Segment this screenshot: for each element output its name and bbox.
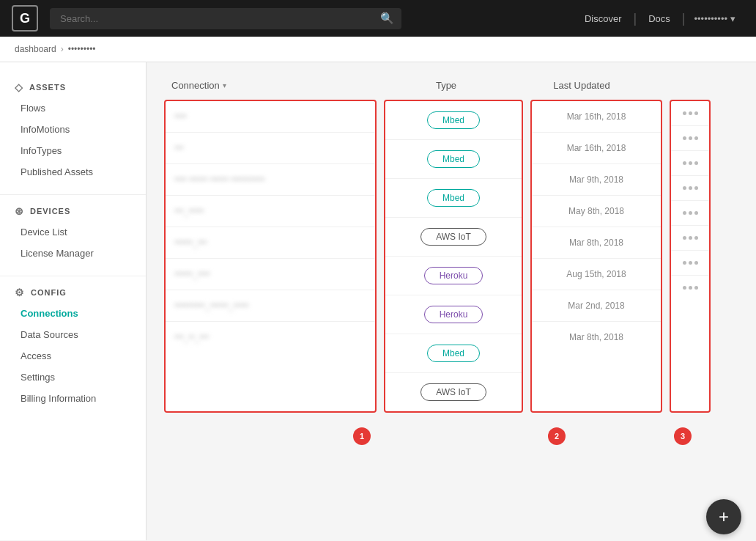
top-nav: G 🔍 Discover | Docs | •••••••••• ▾ <box>0 0 756 37</box>
type-badge: Mbed <box>427 345 480 362</box>
table-row[interactable]: •••_••_••• <box>166 322 375 353</box>
sidebar-section-config: ⚙ CONFIG Connections Data Sources Access… <box>0 282 146 409</box>
table-row: Mbed <box>385 179 522 218</box>
logo-text: G <box>20 11 30 26</box>
sidebar-item-infotypes[interactable]: InfoTypes <box>0 140 146 161</box>
table-row: AWS IoT <box>385 218 522 257</box>
sidebar-item-access[interactable]: Access <box>0 345 146 367</box>
action-dot <box>694 111 698 115</box>
sidebar-section-devices: ⊛ DEVICES Device List License Manager <box>0 201 146 264</box>
table-row: Mar 16th, 2018 <box>532 133 661 164</box>
table-row: Mar 8th, 2018 <box>532 227 661 259</box>
sidebar-item-connections[interactable]: Connections <box>0 303 146 324</box>
table-row-actions[interactable] <box>671 251 709 276</box>
table-row: May 8th, 2018 <box>532 196 661 227</box>
search-icon: 🔍 <box>380 12 394 25</box>
table-row[interactable]: ••• <box>166 133 375 164</box>
action-dot <box>689 286 692 290</box>
sidebar-item-license-manager[interactable]: License Manager <box>0 243 146 264</box>
sidebar-item-published-assets[interactable]: Published Assets <box>0 161 146 183</box>
sidebar: ◇ ASSETS Flows InfoMotions InfoTypes Pub… <box>0 62 147 540</box>
type-badge: Mbed <box>427 189 480 207</box>
connection-column: ••••••••••• •••••• •••••• ••••••••••••••… <box>164 100 377 413</box>
sidebar-item-infomotions[interactable]: InfoMotions <box>0 119 146 140</box>
table-row-actions[interactable] <box>671 226 709 251</box>
logo[interactable]: G <box>12 5 38 32</box>
table-row-actions[interactable] <box>671 276 709 300</box>
table-row-actions[interactable] <box>671 151 709 176</box>
action-dot <box>689 136 692 140</box>
sidebar-divider-1 <box>0 194 146 195</box>
type-column: MbedMbedMbedAWS IoTHerokuHerokuMbedAWS I… <box>384 100 523 413</box>
table-row-actions[interactable] <box>671 101 709 126</box>
table-row[interactable]: ••••••_••• <box>166 227 375 259</box>
breadcrumb-root[interactable]: dashboard <box>15 44 56 54</box>
table-row-actions[interactable] <box>671 201 709 226</box>
action-dot <box>689 161 692 165</box>
sidebar-item-flows[interactable]: Flows <box>0 97 146 119</box>
type-badge: Mbed <box>427 150 480 168</box>
updated-column: Mar 16th, 2018Mar 16th, 2018Mar 9th, 201… <box>530 100 662 413</box>
table-row[interactable]: •••• •••••• •••••• ••••••••••• <box>166 164 375 196</box>
num-badge-2: 2 <box>548 427 566 445</box>
table-row-actions[interactable] <box>671 126 709 151</box>
table-row: Mar 9th, 2018 <box>532 164 661 196</box>
devices-icon: ⊛ <box>15 205 24 217</box>
table-row-actions[interactable] <box>671 176 709 201</box>
action-dot <box>683 236 686 240</box>
table-row: AWS IoT <box>385 373 522 411</box>
action-dot <box>689 186 692 190</box>
sidebar-item-billing[interactable]: Billing Information <box>0 388 146 409</box>
add-button[interactable]: + <box>706 499 741 534</box>
config-label: CONFIG <box>31 288 67 297</box>
discover-link[interactable]: Discover <box>573 13 634 24</box>
action-dot <box>683 186 686 190</box>
plus-icon: + <box>719 507 729 527</box>
sidebar-section-assets: ◇ ASSETS Flows InfoMotions InfoTypes Pub… <box>0 77 146 183</box>
config-section-title: ⚙ CONFIG <box>0 282 146 303</box>
num-badge-1: 1 <box>353 427 371 445</box>
table-row[interactable]: •••_••••• <box>166 196 375 227</box>
user-menu[interactable]: •••••••••• ▾ <box>685 13 744 24</box>
table-row: Heroku <box>385 295 522 334</box>
action-dot <box>689 211 692 215</box>
search-input[interactable] <box>50 8 401 29</box>
table-row: Mar 2nd, 2018 <box>532 290 661 322</box>
table-wrapper: ••••••••••• •••••• •••••• ••••••••••••••… <box>164 100 738 435</box>
table-row[interactable]: •••• <box>166 101 375 133</box>
action-dot <box>694 236 698 240</box>
chevron-down-icon: ▾ <box>730 13 735 24</box>
gear-icon: ⚙ <box>15 287 25 298</box>
sidebar-item-settings[interactable]: Settings <box>0 367 146 388</box>
layout: ◇ ASSETS Flows InfoMotions InfoTypes Pub… <box>0 62 756 540</box>
action-dot <box>694 286 698 290</box>
action-dot <box>694 161 698 165</box>
sidebar-item-data-sources[interactable]: Data Sources <box>0 324 146 345</box>
type-badge: AWS IoT <box>420 383 486 401</box>
action-dot <box>689 236 692 240</box>
type-badge: Heroku <box>424 267 483 284</box>
sidebar-item-device-list[interactable]: Device List <box>0 221 146 243</box>
table-row[interactable]: ••••••_•••• <box>166 259 375 290</box>
docs-link[interactable]: Docs <box>637 13 682 24</box>
table-row: Mbed <box>385 334 522 373</box>
main-content: Connection ▾ Type Last Updated •••••••••… <box>147 62 756 540</box>
user-label: •••••••••• <box>694 13 727 24</box>
action-dot <box>694 261 698 265</box>
actions-column <box>670 100 711 413</box>
connection-sort-button[interactable]: Connection ▾ <box>171 80 377 91</box>
devices-label: DEVICES <box>30 207 70 216</box>
sort-icon: ▾ <box>223 81 226 89</box>
breadcrumb: dashboard › ••••••••• <box>0 37 756 62</box>
action-dot <box>683 286 686 290</box>
col-type-header: Type <box>377 80 516 91</box>
table-row: Mbed <box>385 140 522 179</box>
sidebar-divider-2 <box>0 276 146 276</box>
assets-label: ASSETS <box>29 83 66 92</box>
type-badge: Mbed <box>427 111 480 129</box>
nav-links: Discover | Docs | •••••••••• ▾ <box>573 11 744 26</box>
action-dot <box>683 211 686 215</box>
table-header: Connection ▾ Type Last Updated <box>164 80 738 100</box>
action-dot <box>694 211 698 215</box>
table-row[interactable]: ••••••••••_••••••_••••• <box>166 290 375 322</box>
